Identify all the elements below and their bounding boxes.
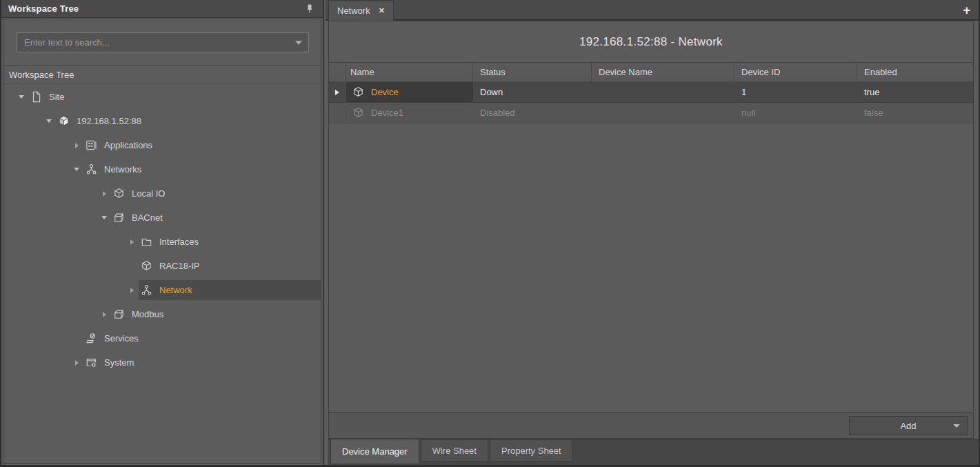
row-selector-header — [329, 63, 346, 81]
add-button-label: Add — [900, 421, 916, 431]
tree-item-label: Site — [49, 92, 64, 102]
column-header-enabled[interactable]: Enabled — [857, 63, 973, 81]
tree-item-bacnet[interactable]: BACnet — [3, 206, 321, 230]
document-icon — [30, 90, 43, 104]
expand-arrow-none — [70, 334, 83, 344]
column-header-device-id[interactable]: Device ID — [734, 63, 857, 81]
expand-arrow-icon[interactable] — [42, 117, 56, 126]
cell-device-id: null — [734, 103, 857, 123]
tab-label: Device Manager — [342, 446, 408, 457]
tree-item-label: Local IO — [132, 188, 165, 199]
network-icon — [140, 284, 154, 297]
expand-arrow-icon[interactable] — [70, 141, 83, 150]
tab-network[interactable]: Network — [328, 0, 394, 21]
device-box-icon — [140, 259, 154, 273]
tab-label: Property Sheet — [501, 446, 561, 456]
column-header-status[interactable]: Status — [473, 63, 592, 81]
protocol-box-icon — [112, 211, 126, 225]
main-panel: Network 192.168.1.52:88 - Network Name S… — [326, 0, 979, 465]
tree-item-local-io[interactable]: Local IO — [3, 181, 321, 206]
expand-arrow-icon[interactable] — [14, 92, 28, 102]
view-title-bar: 192.168.1.52:88 - Network — [329, 21, 973, 63]
workspace-tree: Site 192.168.1.52:88 — [3, 85, 321, 463]
tree-item-label: Applications — [104, 140, 152, 150]
tab-device-manager[interactable]: Device Manager — [330, 439, 419, 464]
chevron-down-icon[interactable] — [295, 41, 302, 45]
tree-item-label: Modbus — [132, 309, 163, 319]
folder-icon — [140, 235, 154, 249]
expand-arrow-icon[interactable] — [125, 286, 139, 295]
tree-item-applications[interactable]: Applications — [3, 133, 321, 157]
add-button[interactable]: Add — [849, 416, 968, 435]
tree-item-site[interactable]: Site — [3, 85, 321, 109]
sidebar-title: Workspace Tree — [1, 3, 79, 14]
tree-item-interfaces[interactable]: Interfaces — [3, 230, 321, 254]
device-box-icon — [112, 187, 126, 201]
cell-status: Down — [473, 82, 592, 102]
plus-icon[interactable] — [963, 1, 970, 19]
cell-text: Device — [371, 87, 399, 97]
table-row[interactable]: Device1 Disabled null false — [329, 103, 973, 123]
view-tab-bar: Device Manager Wire Sheet Property Sheet — [328, 439, 979, 465]
expand-arrow-icon[interactable] — [125, 237, 139, 247]
tree-item-label: System — [104, 357, 134, 368]
row-gutter — [329, 103, 346, 123]
bottom-toolbar: Add — [329, 412, 973, 438]
sidebar-header: Workspace Tree — [1, 0, 323, 18]
services-icon — [85, 332, 99, 346]
document-tab-strip: Network — [326, 0, 979, 21]
table-row[interactable]: Device Down 1 true — [329, 82, 973, 103]
tree-item-label: RAC18-IP — [159, 261, 200, 271]
row-arrow-icon — [335, 90, 339, 95]
pin-icon[interactable] — [303, 3, 316, 15]
cell-enabled: false — [857, 103, 973, 123]
tree-item-label: Networks — [104, 164, 141, 175]
tree-item-label: 192.168.1.52:88 — [77, 116, 141, 126]
cell-device-name — [592, 82, 734, 102]
tree-item-rac18-ip[interactable]: RAC18-IP — [3, 254, 321, 278]
tree-section-label: Workspace Tree — [3, 70, 74, 80]
system-icon — [85, 356, 99, 370]
expand-arrow-icon[interactable] — [70, 165, 83, 175]
expand-arrow-icon[interactable] — [97, 213, 111, 223]
cell-enabled: true — [857, 82, 973, 102]
tree-item-network-selected[interactable]: Network — [3, 278, 321, 302]
selected-row-indicator — [329, 82, 346, 102]
tree-item-label: BACnet — [132, 212, 163, 223]
network-icon — [85, 163, 99, 177]
protocol-box-icon — [112, 308, 126, 321]
tab-property-sheet[interactable]: Property Sheet — [490, 440, 573, 461]
tree-item-services[interactable]: Services — [3, 326, 321, 350]
cell-name[interactable]: Device1 — [346, 103, 473, 123]
tab-wire-sheet[interactable]: Wire Sheet — [421, 440, 488, 461]
column-header-name[interactable]: Name — [346, 63, 473, 81]
expand-arrow-icon[interactable] — [97, 310, 111, 319]
sidebar-body: Workspace Tree Site — [3, 19, 321, 464]
tree-item-system[interactable]: System — [3, 350, 321, 375]
tree-item-label: Network — [159, 285, 192, 295]
device-box-icon — [352, 106, 365, 119]
device-box-icon — [352, 86, 365, 99]
cell-name[interactable]: Device — [346, 82, 473, 102]
column-header-device-name[interactable]: Device Name — [592, 63, 734, 81]
tab-label: Wire Sheet — [432, 446, 477, 456]
tree-item-label: Interfaces — [159, 237, 199, 247]
expand-arrow-icon[interactable] — [97, 189, 111, 199]
cell-device-name — [592, 103, 734, 123]
tree-item-controller[interactable]: 192.168.1.52:88 — [3, 109, 321, 133]
app-window: Workspace Tree Workspace Tree — [0, 0, 980, 467]
controller-icon — [57, 115, 71, 128]
cell-device-id: 1 — [734, 82, 857, 102]
table-header-row: Name Status Device Name Device ID Enable… — [329, 63, 973, 82]
tree-item-networks[interactable]: Networks — [3, 157, 321, 181]
table-empty-area — [329, 123, 973, 412]
search-box — [17, 32, 309, 52]
chevron-down-icon — [953, 424, 960, 428]
tree-item-modbus[interactable]: Modbus — [3, 302, 321, 326]
close-icon[interactable] — [379, 6, 385, 15]
search-input[interactable] — [17, 32, 309, 52]
tree-section-header: Workspace Tree — [3, 65, 321, 84]
cell-status: Disabled — [473, 103, 592, 123]
expand-arrow-icon[interactable] — [70, 358, 83, 368]
cell-text: Device1 — [371, 108, 403, 118]
